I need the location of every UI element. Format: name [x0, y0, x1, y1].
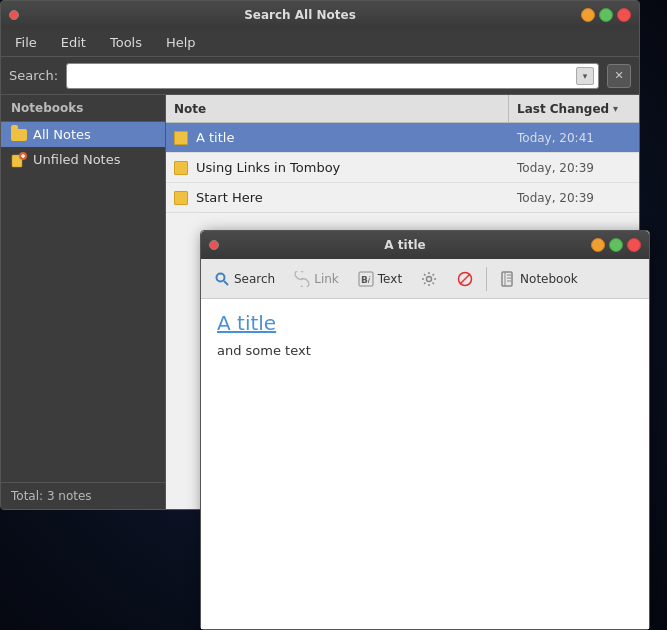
gear-icon [420, 270, 438, 288]
toolbar-search-button[interactable]: Search [205, 266, 283, 292]
sidebar-unfiled-label: Unfiled Notes [33, 152, 120, 167]
toolbar-text-button[interactable]: B i Text [349, 266, 410, 292]
notes-header: Note Last Changed ▾ [166, 95, 639, 123]
text-format-icon: B i [357, 270, 375, 288]
note-date-3: Today, 20:39 [509, 191, 639, 205]
note-row-1[interactable]: A title Today, 20:41 [166, 123, 639, 153]
notebook-icon [499, 270, 517, 288]
note-icon-1 [166, 131, 196, 145]
toolbar-link-button[interactable]: Link [285, 266, 347, 292]
sidebar-header: Notebooks [1, 95, 165, 122]
note-row-3[interactable]: Start Here Today, 20:39 [166, 183, 639, 213]
svg-line-11 [460, 274, 470, 284]
sidebar-item-unfiled-notes[interactable]: Unfiled Notes [1, 147, 165, 172]
note-body: and some text [217, 343, 633, 358]
note-content-area: A title and some text [201, 299, 649, 629]
note-window-dot [209, 240, 219, 250]
sidebar-footer: Total: 3 notes [1, 482, 165, 509]
main-titlebar: Search All Notes – □ ✕ [1, 1, 639, 29]
close-button[interactable]: ✕ [617, 8, 631, 22]
note-heading: A title [217, 311, 633, 335]
menubar: File Edit Tools Help [1, 29, 639, 57]
menu-edit[interactable]: Edit [51, 31, 96, 54]
search-dropdown-button[interactable]: ▾ [576, 67, 594, 85]
note-close-button[interactable]: ✕ [627, 238, 641, 252]
note-date-2: Today, 20:39 [509, 161, 639, 175]
traffic-lights [9, 10, 19, 20]
note-title-1: A title [196, 130, 509, 145]
note-title-3: Start Here [196, 190, 509, 205]
text-button-label: Text [378, 272, 402, 286]
unfiled-icon [11, 153, 27, 167]
note-icon-3 [166, 191, 196, 205]
search-clear-button[interactable]: ✕ [607, 64, 631, 88]
col-date-header[interactable]: Last Changed ▾ [509, 95, 639, 122]
svg-rect-12 [502, 272, 512, 286]
search-icon [213, 270, 231, 288]
window-dot [9, 10, 19, 20]
note-minimize-button[interactable]: – [591, 238, 605, 252]
search-input[interactable] [71, 68, 576, 83]
svg-point-9 [427, 276, 432, 281]
note-date-1: Today, 20:41 [509, 131, 639, 145]
sidebar-all-notes-label: All Notes [33, 127, 91, 142]
svg-text:i: i [367, 275, 371, 285]
no-icon [456, 270, 474, 288]
menu-help[interactable]: Help [156, 31, 206, 54]
sidebar-item-all-notes[interactable]: All Notes [1, 122, 165, 147]
note-titlebar: A title – □ ✕ [201, 231, 649, 259]
search-button-label: Search [234, 272, 275, 286]
notebook-button-label: Notebook [520, 272, 578, 286]
toolbar-separator [486, 267, 487, 291]
toolbar-settings-button[interactable] [412, 266, 446, 292]
sort-arrow: ▾ [613, 103, 618, 114]
menu-tools[interactable]: Tools [100, 31, 152, 54]
folder-icon [11, 128, 27, 142]
main-window-title: Search All Notes [25, 8, 575, 22]
maximize-button[interactable]: □ [599, 8, 613, 22]
note-traffic-lights [209, 240, 219, 250]
svg-line-5 [224, 281, 228, 285]
note-icon-2 [166, 161, 196, 175]
svg-point-4 [217, 273, 225, 281]
note-toolbar: Search Link B i Text [201, 259, 649, 299]
search-label: Search: [9, 68, 58, 83]
link-button-label: Link [314, 272, 339, 286]
note-window: A title – □ ✕ Search [200, 230, 650, 630]
search-input-wrapper: ▾ [66, 63, 599, 89]
note-maximize-button[interactable]: □ [609, 238, 623, 252]
search-bar: Search: ▾ ✕ [1, 57, 639, 95]
link-icon [293, 270, 311, 288]
sidebar: Notebooks All Notes Unf [1, 95, 166, 509]
col-note-header[interactable]: Note [166, 95, 509, 122]
note-window-title: A title [225, 238, 585, 252]
note-title-2: Using Links in Tomboy [196, 160, 509, 175]
note-row-2[interactable]: Using Links in Tomboy Today, 20:39 [166, 153, 639, 183]
toolbar-delete-button[interactable] [448, 266, 482, 292]
minimize-button[interactable]: – [581, 8, 595, 22]
menu-file[interactable]: File [5, 31, 47, 54]
toolbar-notebook-button[interactable]: Notebook [491, 266, 586, 292]
